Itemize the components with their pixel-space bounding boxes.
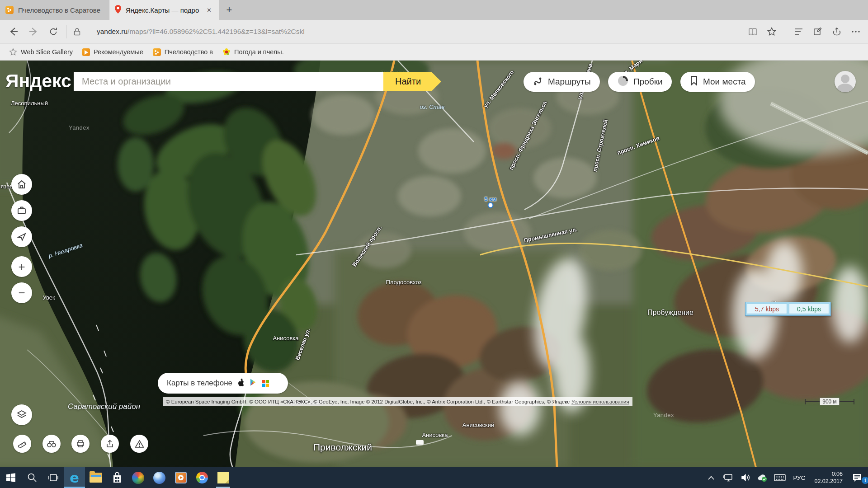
action-center-button[interactable]: 1 [848, 473, 866, 482]
mobile-apps-pill[interactable]: Карты в телефоне [158, 373, 288, 394]
taskbar-edge[interactable]: e [64, 467, 85, 488]
map-label: Yandex [653, 412, 674, 418]
terms-link[interactable]: Условия использования [571, 399, 629, 404]
browser-actions [743, 23, 868, 40]
web-note-icon[interactable] [808, 23, 827, 40]
traffic-button[interactable]: Пробки [608, 72, 672, 92]
url-path: /maps/?ll=46.058962%2C51.442196&z=13&l=s… [127, 28, 305, 35]
map-label: Волжский просп. [351, 225, 383, 267]
recommended-icon [82, 48, 90, 56]
url-field[interactable]: yandex.ru/maps/?ll=46.058962%2C51.442196… [69, 23, 743, 40]
start-button[interactable] [0, 467, 21, 488]
copyright-text: © European Space Imaging GmbH, © ООО ИТЦ… [166, 399, 570, 404]
routes-button[interactable]: Маршруты [524, 72, 600, 92]
beekeeping-icon [153, 48, 161, 56]
security-cloud-icon[interactable] [755, 473, 770, 482]
home-button[interactable] [11, 174, 32, 195]
reading-view-icon[interactable] [743, 23, 762, 40]
add-favorite-star-icon[interactable] [762, 23, 781, 40]
map-label: Анисовка [273, 335, 298, 342]
tab-close-icon[interactable]: ✕ [205, 6, 213, 14]
language-indicator[interactable]: РУС [789, 474, 809, 481]
favorite-recommended[interactable]: Рекомендуемые [80, 48, 146, 56]
taskbar-file-explorer[interactable] [85, 467, 106, 488]
my-places-button[interactable]: Мои места [680, 72, 755, 92]
colorball-app-icon [132, 472, 144, 484]
share-page-icon[interactable] [827, 23, 846, 40]
taskbar-sticky-notes[interactable] [212, 467, 234, 488]
new-tab-button[interactable]: + [219, 0, 240, 20]
favorites-bar: Web Slice Gallery Рекомендуемые Пчеловод… [0, 43, 868, 61]
home-icon [17, 179, 27, 189]
yandex-maps-pin-icon [115, 5, 121, 15]
yandex-logo[interactable]: Яндекс [5, 70, 71, 92]
tab-beekeeping[interactable]: Пчеловодство в Саратове [0, 0, 109, 20]
taskbar-app-blue-orb[interactable] [149, 467, 170, 488]
ruler-button[interactable] [13, 435, 31, 453]
favorite-weather-bees[interactable]: Погода и пчелы. [220, 48, 287, 56]
panoramas-button[interactable] [42, 435, 61, 453]
map-label: р. Назаровка [47, 242, 83, 259]
layers-button[interactable] [11, 404, 32, 425]
refresh-button[interactable] [43, 23, 63, 40]
volume-icon[interactable] [738, 473, 753, 482]
speed-upload: 0,5 kbps [789, 304, 829, 314]
favorite-web-slice-gallery[interactable]: Web Slice Gallery [6, 48, 75, 56]
zoom-out-button[interactable]: − [11, 282, 32, 303]
favorite-label: Погода и пчелы. [234, 48, 284, 56]
search-input[interactable] [74, 72, 383, 91]
media-player-icon [175, 472, 187, 483]
favorite-label: Рекомендуемые [94, 48, 143, 56]
locate-button[interactable] [11, 226, 32, 247]
work-button[interactable] [11, 200, 32, 221]
touch-keyboard-icon[interactable] [772, 474, 788, 482]
map-label: Приволжский [313, 442, 372, 453]
taskbar: e РУС [0, 467, 868, 488]
network-icon[interactable] [721, 473, 736, 482]
tab-title: Яндекс.Карты — подро [126, 6, 200, 14]
map-label: Веселая ул. [294, 328, 311, 361]
hub-icon[interactable] [789, 23, 808, 40]
print-button[interactable] [71, 435, 90, 453]
routes-label: Маршруты [548, 77, 591, 87]
zoom-in-button[interactable]: + [11, 256, 32, 277]
more-options-icon[interactable] [846, 23, 865, 40]
scale-bar: 900 м [805, 397, 854, 406]
flower-icon [222, 48, 231, 56]
search-button[interactable]: Найти [383, 72, 441, 91]
taskbar-store[interactable] [106, 467, 127, 488]
mobile-apps-label: Карты в телефоне [167, 379, 232, 388]
report-error-button[interactable] [130, 435, 148, 453]
favorite-beekeeping[interactable]: Пчеловодство в [150, 48, 216, 56]
map-label: Увек [42, 294, 55, 301]
map-label: просп. Строителей [592, 119, 609, 172]
traffic-label: Пробки [633, 77, 663, 87]
traffic-icon [617, 75, 629, 89]
forward-button[interactable] [24, 23, 43, 40]
user-avatar[interactable] [835, 71, 856, 92]
task-view-icon [48, 474, 59, 482]
map-label: просп. Фридриха Энгельса [508, 100, 548, 171]
notification-badge: 1 [862, 477, 868, 484]
windows-logo-icon [6, 473, 15, 482]
map-label: Yandex [69, 124, 90, 131]
taskbar-media-player[interactable] [170, 467, 191, 488]
share-button[interactable] [101, 435, 119, 453]
layers-icon [16, 409, 27, 420]
taskbar-search-button[interactable] [21, 467, 42, 488]
map-canvas[interactable]: ЛесопильныйYandexКнязевкар. НазаровкаУве… [0, 61, 868, 467]
taskbar-app-colorball[interactable] [127, 467, 149, 488]
clock[interactable]: 0:06 02.02.2017 [811, 470, 846, 485]
tab-yandex-maps[interactable]: Яндекс.Карты — подро ✕ [109, 0, 219, 20]
tray-chevron-icon[interactable] [703, 476, 719, 480]
map-label: Пробуждение [647, 309, 693, 317]
map-label: Саратовский район [68, 402, 140, 411]
back-button[interactable] [4, 23, 24, 40]
taskbar-chrome[interactable] [191, 467, 212, 488]
map-labels-layer: ЛесопильныйYandexКнязевкар. НазаровкаУве… [0, 61, 868, 467]
task-view-button[interactable] [42, 467, 64, 488]
url-host: yandex.ru [97, 28, 127, 35]
address-bar: yandex.ru/maps/?ll=46.058962%2C51.442196… [0, 20, 868, 43]
minus-icon: − [18, 287, 25, 299]
speed-download: 5,7 kbps [747, 304, 787, 314]
